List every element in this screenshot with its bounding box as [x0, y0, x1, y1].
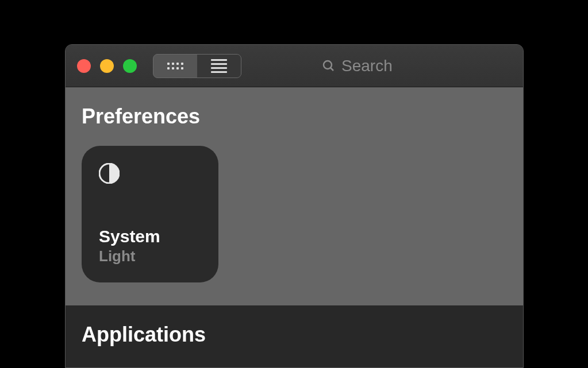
grid-icon [167, 63, 183, 69]
list-view-button[interactable] [197, 55, 241, 78]
search-input[interactable] [341, 57, 456, 75]
search-icon [322, 59, 336, 73]
fullscreen-button[interactable] [123, 59, 137, 73]
svg-point-0 [324, 61, 332, 69]
titlebar [66, 45, 523, 87]
contrast-icon [99, 163, 120, 184]
window-controls [77, 59, 137, 73]
applications-section: Applications [66, 305, 523, 368]
card-subtitle: Light [99, 247, 201, 265]
view-toggle [153, 54, 241, 78]
grid-view-button[interactable] [153, 55, 197, 78]
system-appearance-card[interactable]: System Light [82, 146, 218, 282]
search-field[interactable] [322, 57, 456, 75]
list-icon [211, 59, 227, 73]
applications-heading: Applications [82, 323, 507, 347]
card-text: System Light [99, 227, 201, 265]
app-window: Preferences System Light Applications [65, 44, 524, 368]
preferences-heading: Preferences [82, 104, 507, 129]
minimize-button[interactable] [100, 59, 114, 73]
preferences-section: Preferences System Light [66, 87, 523, 305]
svg-line-1 [330, 68, 333, 71]
card-title: System [99, 227, 201, 246]
close-button[interactable] [77, 59, 91, 73]
